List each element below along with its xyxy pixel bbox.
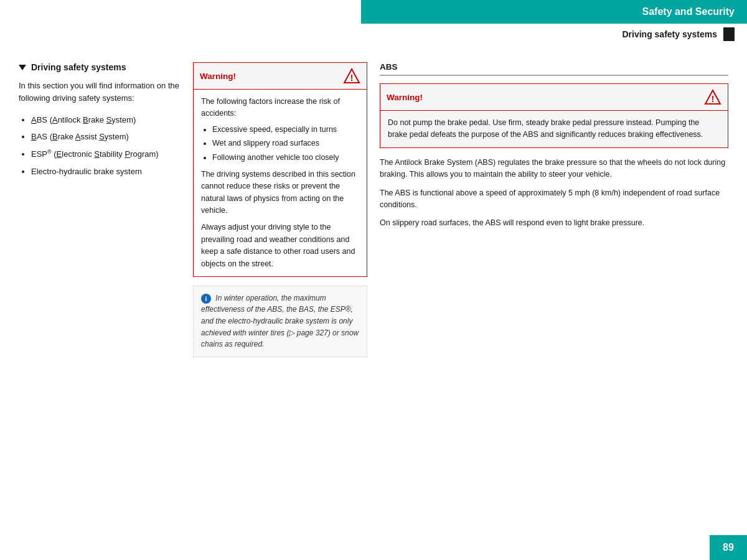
warning-box-2: Warning! ! Do not pump the brake pedal. … xyxy=(380,83,728,148)
warning-intro: The following factors increase the risk … xyxy=(201,96,359,120)
header-subtitle: Driving safety systems xyxy=(361,24,747,45)
abs-para-1: The Antilock Brake System (ABS) regulate… xyxy=(380,157,728,181)
middle-column: Warning! ! The following factors increas… xyxy=(193,62,367,548)
list-item: BAS (Brake Assist System) xyxy=(31,129,181,144)
abs-title: ABS xyxy=(380,62,728,72)
header: Safety and Security Driving safety syste… xyxy=(361,0,747,45)
section-title: Driving safety systems xyxy=(19,62,181,72)
page-number: 89 xyxy=(710,535,747,560)
intro-text: In this section you will find informatio… xyxy=(19,80,181,104)
header-black-bar xyxy=(723,27,735,41)
warning-body-2: Do not pump the brake pedal. Use firm, s… xyxy=(380,111,728,147)
warning-box-1: Warning! ! The following factors increas… xyxy=(193,62,367,277)
warning-icon-1: ! xyxy=(343,67,360,85)
list-item: Electro-hydraulic brake system xyxy=(31,164,181,179)
list-item: ESP® (Electronic Stability Program) xyxy=(31,147,181,162)
triangle-icon xyxy=(19,65,26,70)
list-item: ABS (Antilock Brake System) xyxy=(31,113,181,127)
features-list: ABS (Antilock Brake System) BAS (Brake A… xyxy=(19,113,181,179)
info-box: i In winter operation, the maximum effec… xyxy=(193,286,367,357)
abs-divider xyxy=(380,75,728,76)
svg-text:!: ! xyxy=(712,94,715,104)
svg-text:!: ! xyxy=(350,73,354,83)
warning-header-1: Warning! ! xyxy=(194,63,367,90)
list-item: Excessive speed, especially in turns xyxy=(212,124,359,136)
warning-icon-2: ! xyxy=(704,88,721,106)
header-title: Safety and Security xyxy=(361,0,747,24)
warning-bullets: Excessive speed, especially in turns Wet… xyxy=(201,124,359,164)
warning-header-2: Warning! ! xyxy=(380,84,728,111)
list-item: Wet and slippery road surfaces xyxy=(212,138,359,149)
main-content: Driving safety systems In this section y… xyxy=(0,50,747,560)
left-column: Driving safety systems In this section y… xyxy=(19,62,181,548)
abs-para-2: The ABS is functional above a speed of a… xyxy=(380,187,728,212)
abs-para-3: On slippery road surfaces, the ABS will … xyxy=(380,217,728,229)
info-icon: i xyxy=(201,294,211,304)
warning-body-text: Do not pump the brake pedal. Use firm, s… xyxy=(388,117,720,141)
warning-body-1: The following factors increase the risk … xyxy=(194,90,367,276)
right-column: ABS Warning! ! Do not pump the brake ped… xyxy=(380,62,728,548)
list-item: Following another vehicle too closely xyxy=(212,152,359,164)
warning-text-2: Always adjust your driving style to the … xyxy=(201,222,359,270)
warning-text-1: The driving systems described in this se… xyxy=(201,169,359,217)
